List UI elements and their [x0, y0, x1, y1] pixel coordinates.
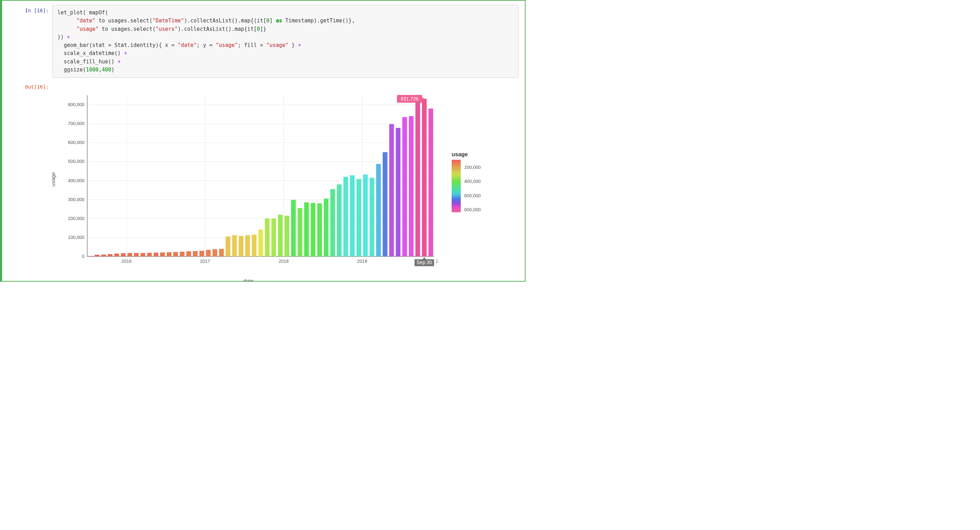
bar[interactable] — [265, 219, 269, 256]
svg-marker-31 — [423, 257, 426, 259]
svg-text:500,000: 500,000 — [68, 159, 84, 164]
bar[interactable] — [245, 235, 250, 256]
bar[interactable] — [101, 255, 106, 256]
input-prompt: In [16]: — [8, 5, 52, 13]
svg-text:600,000: 600,000 — [68, 140, 84, 145]
chart-svg: 0100,000200,000300,000400,000500,000600,… — [59, 88, 438, 271]
bar[interactable] — [298, 208, 302, 256]
bar[interactable] — [108, 254, 113, 256]
svg-text:700,000: 700,000 — [68, 121, 84, 126]
svg-text:2017: 2017 — [200, 258, 210, 264]
bar[interactable] — [278, 215, 282, 256]
bar[interactable] — [337, 184, 341, 256]
svg-text:200,000: 200,000 — [68, 216, 84, 221]
bar[interactable] — [285, 216, 289, 256]
bar[interactable] — [173, 252, 178, 256]
y-axis-title: usage — [50, 172, 56, 187]
bar[interactable] — [350, 175, 355, 256]
bar[interactable] — [127, 253, 132, 256]
svg-text:2020: 2020 — [436, 258, 438, 264]
legend-tick: 200,000 — [464, 165, 481, 170]
legend: usage 200,000 400,000 600,000 800,000 — [452, 88, 481, 212]
bar[interactable] — [121, 253, 126, 256]
bar[interactable] — [291, 200, 296, 256]
legend-title: usage — [452, 151, 481, 158]
legend-tick: 600,000 — [464, 193, 481, 198]
bar[interactable] — [160, 253, 165, 256]
output-prompt: Out[16]: — [8, 81, 52, 90]
bar[interactable] — [396, 128, 401, 256]
bar[interactable] — [415, 101, 420, 256]
bar[interactable] — [134, 253, 138, 256]
svg-text:2016: 2016 — [122, 258, 132, 264]
output-area: usage date 0100,000200,000300,000400,000… — [52, 81, 519, 271]
bar[interactable] — [324, 199, 328, 256]
bar[interactable] — [428, 108, 433, 256]
bar[interactable] — [409, 116, 414, 256]
bar-chart[interactable]: usage date 0100,000200,000300,000400,000… — [59, 88, 438, 271]
bar[interactable] — [232, 235, 237, 256]
svg-text:300,000: 300,000 — [68, 197, 84, 202]
x-axis-title: date — [243, 278, 253, 282]
tooltip-value: 831.726 — [401, 96, 419, 102]
bar[interactable] — [147, 253, 152, 256]
bar[interactable] — [206, 250, 211, 256]
svg-text:2018: 2018 — [278, 258, 289, 264]
bar[interactable] — [344, 177, 348, 256]
bar[interactable] — [311, 203, 315, 256]
bar[interactable] — [258, 229, 263, 256]
x-tooltip-value: Sep 30 — [417, 259, 432, 265]
bar[interactable] — [95, 255, 99, 256]
svg-text:100,000: 100,000 — [68, 235, 84, 240]
legend-tick: 800,000 — [464, 207, 481, 212]
bar[interactable] — [272, 219, 276, 256]
input-cell: In [16]: let_plot( mapOf( "date" to usag… — [8, 5, 519, 78]
bar[interactable] — [363, 175, 368, 256]
bar[interactable] — [422, 99, 426, 256]
bar[interactable] — [239, 236, 243, 256]
bar[interactable] — [356, 179, 361, 256]
svg-text:0: 0 — [82, 254, 84, 259]
bar[interactable] — [219, 249, 224, 256]
code-input[interactable]: let_plot( mapOf( "date" to usages.select… — [52, 5, 519, 78]
bar[interactable] — [153, 253, 158, 256]
legend-gradient — [452, 160, 461, 212]
bar[interactable] — [140, 253, 145, 256]
bar[interactable] — [88, 256, 93, 256]
bar[interactable] — [167, 252, 171, 256]
svg-text:400,000: 400,000 — [68, 178, 84, 183]
bar[interactable] — [252, 235, 256, 256]
bar[interactable] — [226, 236, 230, 256]
bar[interactable] — [317, 203, 321, 256]
bar[interactable] — [114, 254, 119, 256]
bar[interactable] — [330, 189, 335, 256]
svg-text:2019: 2019 — [357, 258, 367, 264]
bar[interactable] — [389, 124, 394, 256]
bar[interactable] — [193, 251, 197, 256]
legend-tick: 400,000 — [464, 179, 481, 184]
legend-ticks: 200,000 400,000 600,000 800,000 — [464, 160, 481, 212]
bar[interactable] — [383, 152, 387, 256]
bar[interactable] — [180, 251, 184, 256]
bar[interactable] — [402, 117, 407, 256]
notebook-cell-selected: In [16]: let_plot( mapOf( "date" to usag… — [0, 0, 525, 282]
bar[interactable] — [213, 249, 217, 256]
bar[interactable] — [376, 164, 381, 256]
bar[interactable] — [370, 178, 374, 256]
bar[interactable] — [304, 202, 309, 256]
bar[interactable] — [199, 251, 204, 256]
svg-text:800,000: 800,000 — [68, 102, 84, 107]
output-cell: Out[16]: usage date 0100,000200,000300,0… — [8, 81, 519, 271]
bar[interactable] — [186, 251, 191, 256]
